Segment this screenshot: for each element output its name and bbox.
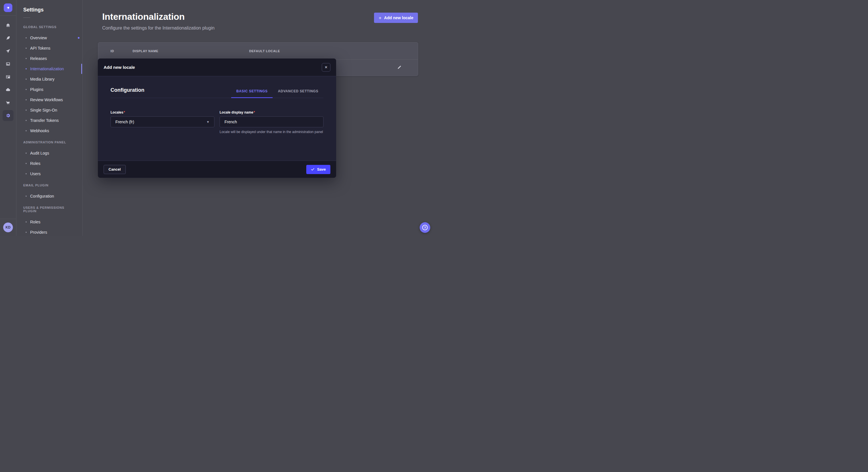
help-button[interactable]: ? (420, 222, 430, 233)
column-id: ID (111, 49, 133, 53)
rail-divider (0, 15, 16, 16)
locales-select[interactable]: French (fr) ▼ (111, 116, 214, 127)
bullet-icon (26, 232, 27, 233)
media-icon[interactable] (3, 59, 13, 69)
strapi-settings-screen: KD Settings GLOBAL SETTINGS Overview API… (0, 0, 434, 236)
bullet-icon (26, 68, 27, 69)
save-button[interactable]: Save (306, 165, 330, 174)
subnav-title: Settings (23, 7, 75, 13)
sidebar-item-webhooks[interactable]: Webhooks (17, 126, 82, 136)
display-name-input[interactable] (220, 116, 323, 127)
pencil-icon (397, 65, 402, 70)
bullet-icon (26, 37, 27, 38)
sidebar-item-admin-roles[interactable]: Roles (17, 158, 82, 169)
strapi-logo-icon (5, 5, 11, 10)
feather-icon[interactable] (3, 33, 13, 43)
save-label: Save (317, 167, 326, 171)
sidebar-item-api-tokens[interactable]: API Tokens (17, 43, 82, 53)
column-default-locale: DEFAULT LOCALE (249, 49, 404, 53)
rail-bottom-divider (0, 219, 16, 219)
add-new-locale-label: Add new locale (384, 15, 413, 20)
sidebar-item-transfer-tokens[interactable]: Transfer Tokens (17, 115, 82, 126)
section-global-settings: GLOBAL SETTINGS Overview API Tokens Rele… (17, 25, 82, 136)
section-label: USERS & PERMISSIONS PLUGIN (23, 206, 75, 213)
display-name-help: Locale will be displayed under that name… (220, 130, 323, 134)
settings-tabs: BASIC SETTINGS ADVANCED SETTINGS (231, 89, 323, 98)
bullet-icon (26, 78, 27, 80)
section-administration-panel: ADMINISTRATION PANEL Audit Logs Roles Us… (17, 140, 82, 179)
bullet-icon (26, 89, 27, 90)
check-icon (311, 167, 315, 171)
configuration-title: Configuration (111, 87, 144, 93)
section-label: GLOBAL SETTINGS (23, 25, 75, 29)
add-new-locale-button[interactable]: + Add new locale (374, 12, 418, 23)
bullet-icon (26, 99, 27, 100)
sidebar-item-review-workflows[interactable]: Review Workflows (17, 95, 82, 105)
section-users-permissions-plugin: USERS & PERMISSIONS PLUGIN Roles Provide… (17, 206, 82, 236)
bullet-icon (26, 47, 27, 49)
sidebar-item-single-sign-on[interactable]: Single Sign-On (17, 105, 82, 115)
settings-subnav: Settings GLOBAL SETTINGS Overview API To… (17, 0, 83, 236)
user-avatar[interactable]: KD (3, 223, 13, 232)
bullet-icon (26, 109, 27, 111)
column-display-name: DISPLAY NAME (133, 49, 249, 53)
tab-advanced-settings[interactable]: ADVANCED SETTINGS (273, 89, 323, 98)
bullet-icon (26, 120, 27, 121)
page-subtitle: Configure the settings for the Internati… (102, 26, 434, 31)
sidebar-item-plugins[interactable]: Plugins (17, 84, 82, 95)
subnav-title-divider (23, 18, 30, 18)
settings-gear-icon[interactable] (3, 110, 13, 121)
required-asterisk: * (124, 110, 125, 114)
strapi-logo[interactable] (4, 3, 12, 12)
bullet-icon (26, 163, 27, 164)
home-icon[interactable] (3, 20, 13, 31)
cloud-icon[interactable] (3, 84, 13, 95)
configuration-header-row: Configuration BASIC SETTINGS ADVANCED SE… (111, 76, 323, 98)
section-email-plugin: EMAIL PLUGIN Configuration (17, 183, 82, 201)
sidebar-item-media-library[interactable]: Media Library (17, 74, 82, 84)
bullet-icon (26, 222, 27, 223)
display-name-field: Locale display name* Locale will be disp… (220, 109, 323, 134)
notification-dot (78, 37, 80, 39)
locales-field: Locales* French (fr) ▼ (111, 109, 214, 134)
required-asterisk: * (253, 110, 255, 114)
locales-label: Locales* (111, 110, 125, 114)
section-label: EMAIL PLUGIN (23, 183, 75, 187)
tab-basic-settings[interactable]: BASIC SETTINGS (231, 89, 273, 98)
sidebar-item-admin-users[interactable]: Users (17, 169, 82, 179)
bullet-icon (26, 153, 27, 154)
bullet-icon (26, 196, 27, 197)
sidebar-item-up-providers[interactable]: Providers (17, 227, 82, 236)
close-icon[interactable]: ✕ (322, 63, 330, 72)
sidebar-item-overview[interactable]: Overview (17, 33, 82, 43)
bullet-icon (26, 130, 27, 131)
sidebar-item-internationalization[interactable]: Internationalization (17, 64, 82, 74)
modal-title: Add new locale (104, 65, 135, 70)
layout-icon[interactable] (3, 71, 13, 82)
edit-locale-button[interactable] (397, 65, 402, 71)
display-name-label: Locale display name* (220, 110, 255, 114)
chevron-down-icon: ▼ (206, 120, 210, 124)
cancel-button[interactable]: Cancel (104, 165, 126, 174)
modal-body: Configuration BASIC SETTINGS ADVANCED SE… (98, 76, 336, 161)
sidebar-item-up-roles[interactable]: Roles (17, 217, 82, 227)
bullet-icon (26, 173, 27, 174)
cart-icon[interactable] (3, 97, 13, 108)
bullet-icon (26, 58, 27, 59)
modal-footer: Cancel Save (98, 161, 336, 178)
plus-icon: + (379, 15, 381, 20)
send-icon[interactable] (3, 45, 13, 57)
sidebar-item-email-configuration[interactable]: Configuration (17, 191, 82, 201)
locale-form-fields: Locales* French (fr) ▼ Locale display na… (111, 109, 323, 134)
locales-table-header: ID DISPLAY NAME DEFAULT LOCALE (98, 42, 418, 60)
question-mark-icon: ? (422, 225, 428, 230)
main-nav-rail: KD (0, 0, 17, 236)
section-label: ADMINISTRATION PANEL (23, 140, 75, 144)
sidebar-item-audit-logs[interactable]: Audit Logs (17, 148, 82, 158)
sidebar-item-releases[interactable]: Releases (17, 53, 82, 64)
locales-select-value: French (fr) (115, 120, 134, 124)
add-locale-modal: Add new locale ✕ Configuration BASIC SET… (98, 59, 336, 178)
modal-header: Add new locale ✕ (98, 59, 336, 76)
